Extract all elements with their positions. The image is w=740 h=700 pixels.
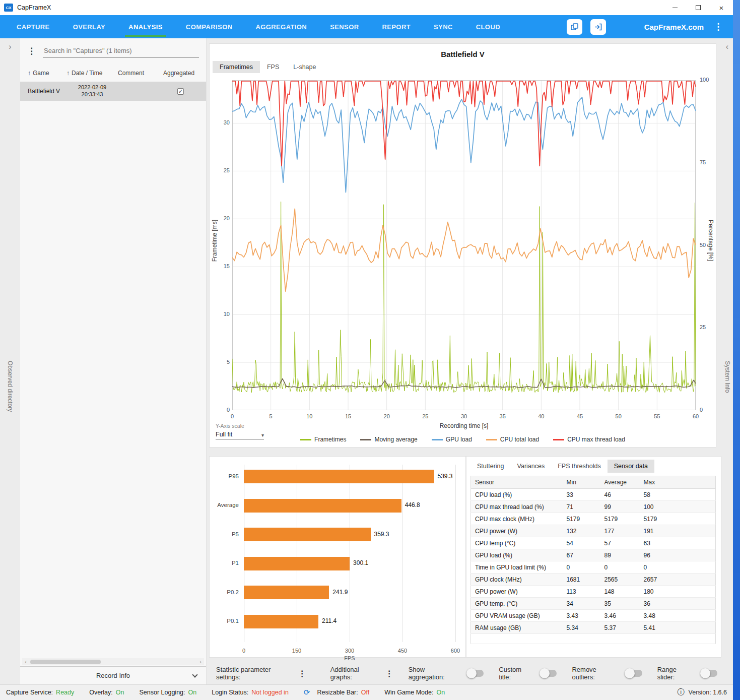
sensor-value: 36 (640, 598, 716, 610)
nav-menu-button[interactable]: ⋮ (712, 21, 725, 32)
sensor-name: CPU load (%) (471, 489, 563, 501)
close-button[interactable]: × (710, 0, 733, 15)
tab-frametimes[interactable]: Frametimes (213, 61, 260, 73)
toggle-show-aggregation[interactable] (467, 670, 484, 677)
tab-stuttering[interactable]: Stuttering (470, 460, 511, 473)
nav-tab-sensor[interactable]: SENSOR (318, 15, 370, 38)
captures-hscrollbar[interactable]: ‹ › (22, 658, 204, 665)
nav-tab-cloud[interactable]: CLOUD (464, 15, 512, 38)
legend-item-cpu-max-thread-load: CPU max thread load (553, 436, 625, 443)
system-info-tab[interactable]: System Info (724, 361, 731, 393)
app-icon: CX (4, 4, 13, 12)
x-tick-label: 40 (538, 413, 544, 419)
refresh-icon[interactable]: ⟳ (304, 688, 310, 697)
collapse-sysinfo-button[interactable]: ‹ (721, 42, 733, 51)
sensor-value: 3.46 (600, 610, 640, 622)
sensor-value: 3.48 (640, 610, 716, 622)
nav-tab-label: CLOUD (476, 23, 500, 31)
status-login-status: Login Status:Not logged in (212, 689, 289, 696)
toggle-range-slider[interactable] (701, 670, 717, 677)
bar-x-axis-title: FPS (344, 655, 355, 661)
sensor-row: CPU max clock (MHz)517951795179 (471, 513, 716, 525)
legend-label: GPU load (446, 436, 472, 443)
x-tick-label: 25 (422, 413, 428, 419)
y-left-tick-label: 10 (217, 311, 230, 317)
record-info-toggle[interactable]: Record Info (20, 666, 206, 684)
captures-column-game[interactable]: ↑Game (20, 70, 66, 77)
sensor-value: 3.43 (563, 610, 600, 622)
sensor-table-head: SensorMinAverageMax (471, 476, 716, 489)
tab-l-shape[interactable]: L-shape (286, 61, 323, 73)
aggregated-checkbox[interactable]: ✓ (177, 88, 184, 95)
toggle-knob (466, 668, 477, 678)
x-tick-label: 55 (654, 413, 660, 419)
observed-directory-tab[interactable]: Observed directory (7, 361, 14, 412)
sensor-name: CPU max clock (MHz) (471, 513, 563, 525)
toggle-custom-title[interactable] (541, 670, 557, 677)
sensor-value: 5.34 (563, 622, 600, 634)
frametime-chart-card: Battlefield V FrametimesFPSL-shape Frame… (209, 43, 716, 448)
screenshot-button[interactable] (567, 19, 582, 35)
additional-graphs-menu[interactable]: ⋮ (385, 669, 393, 678)
sensor-row: GPU temp. (°C)343536 (471, 598, 716, 610)
nav-tab-report[interactable]: REPORT (370, 15, 422, 38)
bar-x-tick-label: 600 (451, 648, 460, 654)
nav-tab-analysis[interactable]: ANALYSIS (117, 15, 174, 38)
sensor-row: CPU power (W)132177191 (471, 525, 716, 537)
collapse-sidebar-button[interactable]: › (0, 42, 20, 51)
maximize-button[interactable] (687, 0, 710, 15)
login-button[interactable] (590, 19, 606, 35)
sensor-value: 2565 (600, 574, 640, 586)
sensor-value: 180 (640, 586, 716, 598)
brand-link[interactable]: CapFrameX.com (644, 23, 704, 31)
sensor-name: GPU temp. (°C) (471, 598, 563, 610)
bar-category-label: Average (210, 502, 239, 508)
sensor-value: 1681 (563, 574, 600, 586)
scroll-right-icon[interactable]: › (197, 659, 204, 665)
bar-category-label: P95 (210, 473, 239, 479)
bar-p5 (244, 528, 371, 541)
statistic-settings-menu[interactable]: ⋮ (298, 669, 306, 678)
column-label: Date / Time (72, 70, 102, 77)
x-tick-label: 5 (270, 413, 273, 419)
sort-arrow-icon: ↑ (66, 70, 70, 77)
status-bar: Capture Service:ReadyOverlay:OnSensor Lo… (0, 684, 733, 700)
bar-x-tick-label: 150 (292, 648, 301, 654)
status-label: Login Status: (212, 689, 248, 696)
scroll-left-icon[interactable]: ‹ (22, 659, 29, 665)
nav-tab-sync[interactable]: SYNC (422, 15, 464, 38)
nav-tab-capture[interactable]: CAPTURE (5, 15, 61, 38)
window-title: CapFrameX (17, 4, 51, 11)
toggle-label: Custom title: (499, 666, 533, 681)
y-left-tick-label: 25 (217, 167, 230, 173)
bar-p1 (244, 557, 350, 570)
nav-tab-aggregation[interactable]: AGGREGATION (244, 15, 318, 38)
nav-tab-overlay[interactable]: OVERLAY (61, 15, 117, 38)
bar-value-label: 300.1 (353, 559, 368, 566)
sensor-value: 33 (563, 489, 600, 501)
capture-row[interactable]: Battlefield V2022-02-0920:33:43✓ (20, 82, 206, 101)
tab-fps[interactable]: FPS (260, 61, 286, 73)
bar-gridline (455, 465, 456, 642)
minimize-button[interactable] (663, 0, 687, 15)
captures-column-date-time[interactable]: ↑Date / Time (66, 70, 118, 77)
captures-menu-button[interactable]: ⋮ (27, 46, 36, 56)
tab-variances[interactable]: Variances (511, 460, 552, 473)
sensor-row: CPU load (%)334658 (471, 489, 716, 501)
sensor-name: Time in GPU load limit (%) (471, 561, 563, 574)
scrollbar-thumb[interactable] (30, 660, 101, 664)
sensor-col-min: Min (563, 476, 600, 489)
sensor-name: CPU power (W) (471, 525, 563, 537)
column-label: Game (33, 70, 49, 77)
x-tick-label: 60 (693, 413, 699, 419)
left-strip: › Observed directory (0, 38, 20, 684)
nav-tab-comparison[interactable]: COMPARISON (174, 15, 244, 38)
tab-fps-thresholds[interactable]: FPS thresholds (551, 460, 607, 473)
login-icon (594, 23, 602, 31)
sensor-value: 5179 (563, 513, 600, 525)
captures-search-input[interactable] (43, 44, 199, 58)
sensor-col-max: Max (640, 476, 716, 489)
sensor-value: 5.37 (600, 622, 640, 634)
tab-sensor-data[interactable]: Sensor data (608, 460, 654, 473)
toggle-remove-outliers[interactable] (626, 670, 642, 677)
